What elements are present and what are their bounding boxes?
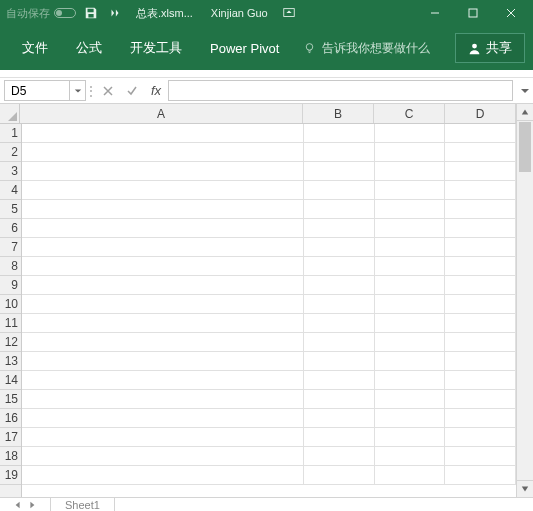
row-header[interactable]: 8 [0, 257, 21, 276]
cell[interactable] [22, 447, 304, 466]
cell[interactable] [375, 447, 446, 466]
name-box[interactable]: D5 [4, 80, 86, 101]
vertical-scrollbar[interactable] [516, 104, 533, 497]
cell[interactable] [375, 143, 446, 162]
cell[interactable] [304, 219, 375, 238]
cell[interactable] [304, 409, 375, 428]
cell[interactable] [304, 200, 375, 219]
cell[interactable] [22, 238, 304, 257]
select-all-corner[interactable] [0, 104, 20, 124]
sheet-tab-active[interactable]: Sheet1 [51, 498, 115, 511]
row-header[interactable]: 15 [0, 390, 21, 409]
cell[interactable] [375, 162, 446, 181]
cells-area[interactable] [22, 124, 516, 497]
cell[interactable] [304, 124, 375, 143]
cell[interactable] [375, 314, 446, 333]
cell[interactable] [445, 371, 516, 390]
share-button[interactable]: 共享 [455, 33, 525, 63]
cell[interactable] [22, 200, 304, 219]
tab-powerpivot[interactable]: Power Pivot [196, 26, 293, 70]
scroll-up-button[interactable] [517, 104, 533, 121]
row-header[interactable]: 12 [0, 333, 21, 352]
cell[interactable] [445, 409, 516, 428]
cell[interactable] [375, 219, 446, 238]
row-header[interactable]: 6 [0, 219, 21, 238]
cell[interactable] [22, 181, 304, 200]
cell[interactable] [445, 238, 516, 257]
autosave-toggle[interactable]: 自动保存 [6, 6, 76, 21]
row-header[interactable]: 14 [0, 371, 21, 390]
save-icon[interactable] [82, 6, 100, 20]
cell[interactable] [445, 181, 516, 200]
cell[interactable] [445, 295, 516, 314]
expand-formula-bar[interactable] [517, 78, 533, 103]
cell[interactable] [304, 143, 375, 162]
cell[interactable] [304, 390, 375, 409]
cell[interactable] [445, 257, 516, 276]
row-header[interactable]: 13 [0, 352, 21, 371]
cell[interactable] [304, 257, 375, 276]
cell[interactable] [375, 428, 446, 447]
row-header[interactable]: 3 [0, 162, 21, 181]
prev-sheet-icon[interactable] [14, 501, 22, 509]
cell[interactable] [375, 238, 446, 257]
cell[interactable] [375, 181, 446, 200]
next-sheet-icon[interactable] [28, 501, 36, 509]
row-header[interactable]: 19 [0, 466, 21, 485]
insert-function-button[interactable]: fx [144, 78, 168, 103]
cell[interactable] [22, 295, 304, 314]
cell[interactable] [445, 124, 516, 143]
cell[interactable] [304, 333, 375, 352]
column-header[interactable]: C [374, 104, 445, 123]
formula-input[interactable] [168, 80, 513, 101]
cell[interactable] [445, 162, 516, 181]
cell[interactable] [445, 428, 516, 447]
row-header[interactable]: 1 [0, 124, 21, 143]
cell[interactable] [22, 219, 304, 238]
cell[interactable] [22, 352, 304, 371]
cell[interactable] [304, 314, 375, 333]
cell[interactable] [304, 295, 375, 314]
cell[interactable] [445, 200, 516, 219]
cell[interactable] [445, 466, 516, 485]
cell[interactable] [445, 314, 516, 333]
cell[interactable] [304, 238, 375, 257]
cell[interactable] [304, 447, 375, 466]
cell[interactable] [304, 428, 375, 447]
name-box-dropdown[interactable] [69, 81, 85, 100]
cell[interactable] [375, 352, 446, 371]
cell[interactable] [445, 276, 516, 295]
cell[interactable] [304, 276, 375, 295]
cell[interactable] [304, 466, 375, 485]
cell[interactable] [445, 390, 516, 409]
tab-formulas[interactable]: 公式 [62, 26, 116, 70]
row-header[interactable]: 16 [0, 409, 21, 428]
column-header[interactable]: D [445, 104, 516, 123]
tab-developer[interactable]: 开发工具 [116, 26, 196, 70]
cell[interactable] [445, 219, 516, 238]
cell[interactable] [375, 333, 446, 352]
cell[interactable] [304, 352, 375, 371]
cell[interactable] [304, 371, 375, 390]
tell-me-input[interactable]: 告诉我你想要做什么 [293, 40, 440, 57]
cell[interactable] [375, 257, 446, 276]
minimize-button[interactable] [419, 0, 451, 26]
row-header[interactable]: 2 [0, 143, 21, 162]
row-header[interactable]: 4 [0, 181, 21, 200]
cell[interactable] [22, 371, 304, 390]
cell[interactable] [445, 333, 516, 352]
cell[interactable] [375, 276, 446, 295]
cell[interactable] [22, 162, 304, 181]
cell[interactable] [304, 162, 375, 181]
cell[interactable] [375, 200, 446, 219]
row-header[interactable]: 10 [0, 295, 21, 314]
cell[interactable] [22, 409, 304, 428]
cell[interactable] [375, 371, 446, 390]
enter-button[interactable] [120, 78, 144, 103]
cell[interactable] [375, 466, 446, 485]
cell[interactable] [304, 181, 375, 200]
cell[interactable] [375, 124, 446, 143]
row-header[interactable]: 17 [0, 428, 21, 447]
cell[interactable] [22, 124, 304, 143]
cancel-button[interactable] [96, 78, 120, 103]
